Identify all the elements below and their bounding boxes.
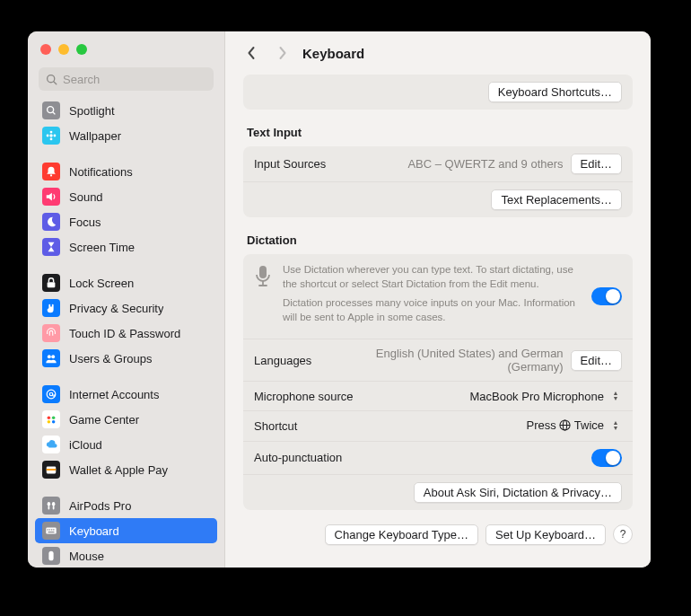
input-sources-label: Input Sources — [254, 157, 326, 171]
microphone-source-row: Microphone source MacBook Pro Microphone… — [243, 381, 633, 410]
sidebar-item-label: Internet Accounts — [69, 388, 159, 401]
sidebar-item-game-center[interactable]: Game Center — [35, 407, 217, 432]
auto-punctuation-toggle[interactable] — [591, 449, 622, 467]
svg-point-21 — [48, 502, 51, 506]
input-sources-edit-button[interactable]: Edit… — [571, 154, 622, 174]
svg-point-7 — [47, 135, 49, 137]
dictation-shortcut-label: Shortcut — [254, 419, 297, 433]
search-container — [28, 64, 224, 100]
microphone-source-label: Microphone source — [254, 390, 354, 403]
auto-punctuation-label: Auto-punctuation — [254, 451, 342, 464]
text-input-heading: Text Input — [247, 126, 629, 139]
search-icon — [46, 74, 57, 85]
chevron-up-down-icon: ▲▼ — [609, 418, 622, 433]
sidebar-item-touch-id-password[interactable]: Touch ID & Password — [35, 321, 217, 346]
minimize-window-button[interactable] — [58, 44, 69, 55]
keyboard-icon — [42, 522, 60, 540]
speaker-icon — [42, 188, 60, 206]
svg-point-17 — [48, 420, 51, 424]
sidebar-item-users-groups[interactable]: Users & Groups — [35, 346, 217, 371]
dictation-shortcut-row: Shortcut Press Twice ▲▼ — [243, 410, 633, 441]
sidebar-item-label: AirPods Pro — [69, 499, 131, 513]
globe-icon — [559, 419, 571, 434]
sidebar-item-label: Keyboard — [69, 524, 119, 538]
dictation-languages-edit-button[interactable]: Edit… — [571, 350, 622, 371]
svg-rect-33 — [259, 266, 267, 278]
users-icon — [42, 349, 60, 367]
sidebar-item-spotlight[interactable]: Spotlight — [35, 100, 217, 123]
forward-button[interactable] — [272, 43, 292, 63]
fullscreen-window-button[interactable] — [76, 44, 87, 55]
text-replacements-button[interactable]: Text Replacements… — [491, 189, 622, 210]
svg-point-13 — [47, 390, 56, 399]
svg-point-2 — [48, 107, 54, 113]
sidebar-item-focus[interactable]: Focus — [35, 209, 217, 234]
sidebar-item-sound[interactable]: Sound — [35, 184, 217, 209]
sidebar-item-notifications[interactable]: Notifications — [35, 159, 217, 184]
sidebar-item-label: Wallpaper — [69, 129, 121, 143]
sidebar-item-label: Spotlight — [69, 104, 115, 118]
sidebar-item-label: Users & Groups — [69, 352, 152, 365]
svg-rect-25 — [46, 528, 56, 534]
close-window-button[interactable] — [40, 44, 51, 55]
search-field[interactable] — [39, 67, 214, 91]
sidebar-item-mouse[interactable]: Mouse — [35, 543, 217, 568]
about-dictation-privacy-button[interactable]: About Ask Siri, Dictation & Privacy… — [414, 482, 622, 503]
dictation-shortcut-select[interactable]: Press Twice ▲▼ — [527, 418, 622, 434]
svg-rect-20 — [47, 469, 57, 471]
content-scroll: Keyboard Shortcuts… Text Input Input Sou… — [225, 75, 651, 568]
back-button[interactable] — [241, 43, 261, 63]
change-keyboard-type-button[interactable]: Change Keyboard Type… — [325, 524, 478, 545]
finger-icon — [42, 324, 60, 342]
sidebar-item-label: Lock Screen — [69, 277, 134, 290]
cloud-icon — [42, 436, 60, 453]
svg-rect-26 — [48, 529, 48, 530]
svg-rect-29 — [53, 529, 54, 530]
svg-line-1 — [54, 81, 57, 84]
dictation-toggle[interactable] — [591, 287, 622, 305]
window-controls — [28, 31, 224, 64]
sidebar-item-icloud[interactable]: iCloud — [35, 432, 217, 457]
dictation-description-text: Use Dictation wherever you can type text… — [283, 263, 582, 330]
sidebar-item-lock-screen[interactable]: Lock Screen — [35, 270, 217, 295]
sidebar-item-keyboard[interactable]: Keyboard — [35, 518, 217, 543]
sidebar-group-separator — [35, 260, 217, 270]
sidebar-item-label: Privacy & Security — [69, 302, 163, 315]
svg-rect-10 — [48, 282, 56, 287]
bell-icon — [42, 163, 60, 180]
sidebar-item-internet-accounts[interactable]: Internet Accounts — [35, 382, 217, 407]
search-input[interactable] — [63, 73, 206, 86]
moon-icon — [42, 213, 60, 231]
svg-rect-27 — [49, 529, 50, 530]
svg-rect-24 — [53, 506, 55, 509]
input-sources-row: Input Sources ABC – QWERTZ and 9 others … — [243, 146, 633, 181]
microphone-icon — [254, 263, 272, 294]
page-title: Keyboard — [302, 46, 364, 61]
shortcuts-card: Keyboard Shortcuts… — [243, 75, 633, 110]
sidebar-item-label: Touch ID & Password — [69, 327, 180, 340]
sidebar-item-label: Screen Time — [69, 241, 135, 254]
hand-icon — [42, 299, 60, 317]
svg-point-5 — [50, 131, 53, 134]
sidebar-item-screen-time[interactable]: Screen Time — [35, 234, 217, 260]
svg-rect-31 — [48, 551, 53, 561]
setup-keyboard-button[interactable]: Set Up Keyboard… — [485, 524, 606, 545]
dictation-description-row: Use Dictation wherever you can type text… — [243, 254, 633, 339]
magnify-icon — [42, 101, 60, 119]
header: Keyboard — [225, 31, 651, 75]
help-button[interactable]: ? — [613, 524, 633, 544]
svg-point-8 — [54, 135, 57, 137]
svg-point-18 — [52, 420, 56, 424]
svg-rect-28 — [51, 529, 52, 530]
keyboard-shortcuts-button[interactable]: Keyboard Shortcuts… — [488, 82, 622, 102]
svg-point-4 — [49, 134, 53, 137]
microphone-source-select[interactable]: MacBook Pro Microphone ▲▼ — [469, 389, 622, 403]
svg-point-22 — [52, 502, 56, 506]
sidebar-item-wallet-apple-pay[interactable]: Wallet & Apple Pay — [35, 457, 217, 482]
dictation-languages-value: English (United States) and German (Germ… — [320, 347, 563, 374]
sidebar-item-wallpaper[interactable]: Wallpaper — [35, 123, 217, 148]
sidebar-item-privacy-security[interactable]: Privacy & Security — [35, 295, 217, 321]
sidebar-item-airpods-pro[interactable]: AirPods Pro — [35, 493, 217, 518]
mouse-icon — [42, 547, 60, 565]
svg-point-6 — [50, 138, 53, 141]
